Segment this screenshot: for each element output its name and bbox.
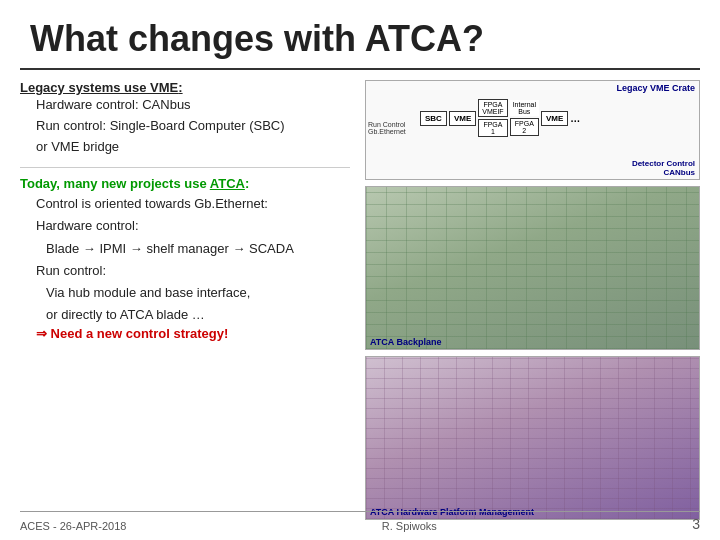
legacy-line-2: Run control: Single-Board Computer (SBC) — [20, 116, 350, 137]
atca-backplane-label: ATCA Backplane — [370, 337, 442, 347]
more-dots: … — [570, 113, 580, 124]
left-column: Legacy systems use VME: Hardware control… — [20, 80, 360, 520]
need-control-text: ⇒ Need a new control strategy! — [20, 326, 350, 341]
today-line-6: or directly to ATCA blade … — [20, 304, 350, 326]
atca-hw-image: ATCA Hardware Platform Management — [365, 356, 700, 520]
legacy-section: Legacy systems use VME: Hardware control… — [20, 80, 350, 157]
today-line-2: Hardware control: — [20, 215, 350, 237]
legacy-heading: Legacy systems use VME: — [20, 80, 350, 95]
footer-left: ACES - 26-APR-2018 — [20, 520, 126, 532]
vme-crate-diagram: Legacy VME Crate Run ControlGb.Ethernet … — [365, 80, 700, 180]
vme-box: VME — [449, 111, 476, 126]
footer: ACES - 26-APR-2018 R. Spiwoks 3 — [20, 511, 700, 532]
legacy-line-1: Hardware control: CANbus — [20, 95, 350, 116]
today-line-1: Control is oriented towards Gb.Ethernet: — [20, 193, 350, 215]
fpga2-column: InternalBus FPGA2 — [510, 100, 539, 136]
run-control-label: Run ControlGb.Ethernet — [368, 121, 406, 135]
fpga-column: FPGAVMEIF FPGA1 — [478, 99, 507, 137]
vme-crate-label: Legacy VME Crate — [616, 83, 695, 93]
today-line-4: Run control: — [20, 260, 350, 282]
fpga2-box: FPGA2 — [510, 118, 539, 136]
footer-center: R. Spiwoks — [382, 520, 437, 532]
sbc-box: SBC — [420, 111, 447, 126]
page-title: What changes with ATCA? — [0, 0, 720, 68]
fpga-vmeif-box: FPGAVMEIF — [478, 99, 507, 117]
right-column: Legacy VME Crate Run ControlGb.Ethernet … — [360, 80, 700, 520]
today-heading: Today, many new projects use ATCA: — [20, 176, 350, 191]
detector-label: Detector ControlCANbus — [632, 159, 695, 177]
footer-right: 3 — [692, 516, 700, 532]
today-line-3: Blade → IPMI → shelf manager → SCADA — [20, 238, 350, 260]
vme-label-box: VME — [541, 111, 568, 126]
fpga1-box: FPGA1 — [478, 119, 507, 137]
internal-bus-label: InternalBus — [510, 100, 539, 116]
footer-page: 3 — [692, 516, 700, 532]
atca-backplane-image: ATCA Backplane — [365, 186, 700, 350]
today-section: Today, many new projects use ATCA: Contr… — [20, 176, 350, 341]
legacy-line-3: or VME bridge — [20, 137, 350, 158]
section-divider — [20, 167, 350, 168]
today-line-5: Via hub module and base interface, — [20, 282, 350, 304]
